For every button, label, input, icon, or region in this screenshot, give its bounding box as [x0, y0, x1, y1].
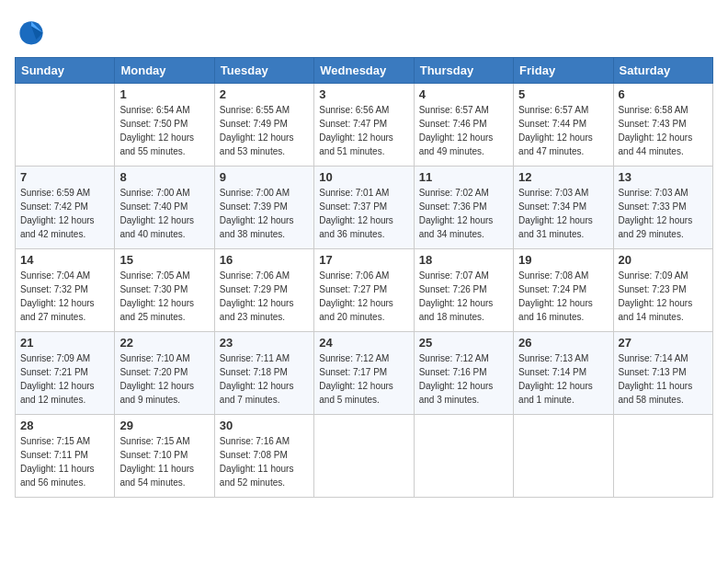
- day-number: 21: [20, 336, 109, 350]
- day-number: 26: [518, 336, 608, 350]
- calendar-week-row: 21Sunrise: 7:09 AM Sunset: 7:21 PM Dayli…: [16, 332, 713, 415]
- day-number: 22: [119, 336, 209, 350]
- day-number: 16: [220, 253, 309, 267]
- day-number: 12: [518, 170, 608, 184]
- day-info: Sunrise: 6:57 AM Sunset: 7:46 PM Dayligh…: [419, 103, 508, 158]
- weekday-header-friday: Friday: [514, 58, 613, 84]
- page-header: [15, 15, 713, 48]
- day-number: 1: [119, 87, 209, 101]
- calendar-cell: 19Sunrise: 7:08 AM Sunset: 7:24 PM Dayli…: [514, 249, 613, 332]
- calendar-cell: 8Sunrise: 7:00 AM Sunset: 7:40 PM Daylig…: [115, 167, 214, 249]
- weekday-header-row: SundayMondayTuesdayWednesdayThursdayFrid…: [16, 58, 713, 84]
- calendar-table: SundayMondayTuesdayWednesdayThursdayFrid…: [15, 57, 713, 498]
- calendar-cell: 26Sunrise: 7:13 AM Sunset: 7:14 PM Dayli…: [514, 332, 613, 415]
- day-number: 20: [619, 253, 708, 267]
- day-info: Sunrise: 7:06 AM Sunset: 7:29 PM Dayligh…: [220, 269, 309, 324]
- calendar-cell: 4Sunrise: 6:57 AM Sunset: 7:46 PM Daylig…: [414, 84, 513, 167]
- day-number: 24: [319, 336, 408, 350]
- day-info: Sunrise: 7:11 AM Sunset: 7:18 PM Dayligh…: [220, 351, 309, 407]
- day-number: 15: [119, 253, 209, 267]
- day-info: Sunrise: 7:12 AM Sunset: 7:17 PM Dayligh…: [319, 351, 408, 407]
- day-number: 25: [419, 336, 508, 350]
- day-info: Sunrise: 7:13 AM Sunset: 7:14 PM Dayligh…: [518, 351, 608, 407]
- day-number: 29: [119, 419, 209, 432]
- weekday-header-wednesday: Wednesday: [314, 58, 414, 84]
- calendar-week-row: 7Sunrise: 6:59 AM Sunset: 7:42 PM Daylig…: [16, 167, 713, 249]
- weekday-header-thursday: Thursday: [414, 58, 513, 84]
- day-info: Sunrise: 7:10 AM Sunset: 7:20 PM Dayligh…: [119, 351, 209, 407]
- calendar-cell: [514, 415, 613, 498]
- day-info: Sunrise: 7:08 AM Sunset: 7:24 PM Dayligh…: [518, 269, 608, 324]
- calendar-cell: 22Sunrise: 7:10 AM Sunset: 7:20 PM Dayli…: [115, 332, 214, 415]
- calendar-cell: 16Sunrise: 7:06 AM Sunset: 7:29 PM Dayli…: [214, 249, 313, 332]
- day-info: Sunrise: 6:58 AM Sunset: 7:43 PM Dayligh…: [619, 103, 708, 158]
- calendar-cell: 21Sunrise: 7:09 AM Sunset: 7:21 PM Dayli…: [16, 332, 115, 415]
- day-info: Sunrise: 7:03 AM Sunset: 7:34 PM Dayligh…: [518, 186, 608, 241]
- calendar-cell: 5Sunrise: 6:57 AM Sunset: 7:44 PM Daylig…: [514, 84, 613, 167]
- day-number: 4: [419, 87, 508, 101]
- day-info: Sunrise: 6:59 AM Sunset: 7:42 PM Dayligh…: [20, 186, 109, 241]
- calendar-cell: 9Sunrise: 7:00 AM Sunset: 7:39 PM Daylig…: [214, 167, 313, 249]
- day-number: 17: [319, 253, 408, 267]
- day-info: Sunrise: 7:01 AM Sunset: 7:37 PM Dayligh…: [319, 186, 408, 241]
- calendar-cell: 10Sunrise: 7:01 AM Sunset: 7:37 PM Dayli…: [314, 167, 414, 249]
- calendar-cell: 2Sunrise: 6:55 AM Sunset: 7:49 PM Daylig…: [214, 84, 313, 167]
- calendar-cell: [314, 415, 414, 498]
- calendar-cell: 3Sunrise: 6:56 AM Sunset: 7:47 PM Daylig…: [314, 84, 414, 167]
- day-info: Sunrise: 7:03 AM Sunset: 7:33 PM Dayligh…: [619, 186, 708, 241]
- day-info: Sunrise: 6:56 AM Sunset: 7:47 PM Dayligh…: [319, 103, 408, 158]
- calendar-cell: 27Sunrise: 7:14 AM Sunset: 7:13 PM Dayli…: [613, 332, 712, 415]
- logo-icon: [15, 15, 48, 48]
- calendar-cell: 14Sunrise: 7:04 AM Sunset: 7:32 PM Dayli…: [16, 249, 115, 332]
- calendar-cell: [414, 415, 513, 498]
- calendar-cell: 30Sunrise: 7:16 AM Sunset: 7:08 PM Dayli…: [214, 415, 313, 498]
- day-number: 3: [319, 87, 408, 101]
- day-number: 8: [119, 170, 209, 184]
- calendar-cell: 23Sunrise: 7:11 AM Sunset: 7:18 PM Dayli…: [214, 332, 313, 415]
- calendar-cell: 24Sunrise: 7:12 AM Sunset: 7:17 PM Dayli…: [314, 332, 414, 415]
- day-info: Sunrise: 7:00 AM Sunset: 7:40 PM Dayligh…: [119, 186, 209, 241]
- day-info: Sunrise: 7:00 AM Sunset: 7:39 PM Dayligh…: [220, 186, 309, 241]
- calendar-week-row: 1Sunrise: 6:54 AM Sunset: 7:50 PM Daylig…: [16, 84, 713, 167]
- weekday-header-saturday: Saturday: [613, 58, 712, 84]
- calendar-cell: 20Sunrise: 7:09 AM Sunset: 7:23 PM Dayli…: [613, 249, 712, 332]
- day-info: Sunrise: 7:09 AM Sunset: 7:23 PM Dayligh…: [619, 269, 708, 324]
- day-info: Sunrise: 7:12 AM Sunset: 7:16 PM Dayligh…: [419, 351, 508, 407]
- day-info: Sunrise: 7:15 AM Sunset: 7:10 PM Dayligh…: [119, 434, 209, 489]
- calendar-cell: 1Sunrise: 6:54 AM Sunset: 7:50 PM Daylig…: [115, 84, 214, 167]
- calendar-cell: [16, 84, 115, 167]
- calendar-cell: 17Sunrise: 7:06 AM Sunset: 7:27 PM Dayli…: [314, 249, 414, 332]
- day-number: 11: [419, 170, 508, 184]
- calendar-cell: 6Sunrise: 6:58 AM Sunset: 7:43 PM Daylig…: [613, 84, 712, 167]
- day-number: 28: [20, 419, 109, 432]
- calendar-cell: 28Sunrise: 7:15 AM Sunset: 7:11 PM Dayli…: [16, 415, 115, 498]
- calendar-cell: [613, 415, 712, 498]
- day-number: 19: [518, 253, 608, 267]
- weekday-header-monday: Monday: [115, 58, 214, 84]
- day-number: 30: [220, 419, 309, 432]
- weekday-header-sunday: Sunday: [16, 58, 115, 84]
- calendar-cell: 25Sunrise: 7:12 AM Sunset: 7:16 PM Dayli…: [414, 332, 513, 415]
- calendar-week-row: 28Sunrise: 7:15 AM Sunset: 7:11 PM Dayli…: [16, 415, 713, 498]
- calendar-cell: 7Sunrise: 6:59 AM Sunset: 7:42 PM Daylig…: [16, 167, 115, 249]
- day-number: 10: [319, 170, 408, 184]
- day-info: Sunrise: 7:14 AM Sunset: 7:13 PM Dayligh…: [619, 351, 708, 407]
- day-number: 18: [419, 253, 508, 267]
- day-info: Sunrise: 6:55 AM Sunset: 7:49 PM Dayligh…: [220, 103, 309, 158]
- day-number: 7: [20, 170, 109, 184]
- day-info: Sunrise: 7:04 AM Sunset: 7:32 PM Dayligh…: [20, 269, 109, 324]
- logo: [15, 15, 53, 48]
- day-info: Sunrise: 7:02 AM Sunset: 7:36 PM Dayligh…: [419, 186, 508, 241]
- day-number: 9: [220, 170, 309, 184]
- day-info: Sunrise: 7:06 AM Sunset: 7:27 PM Dayligh…: [319, 269, 408, 324]
- calendar-cell: 18Sunrise: 7:07 AM Sunset: 7:26 PM Dayli…: [414, 249, 513, 332]
- weekday-header-tuesday: Tuesday: [214, 58, 313, 84]
- day-number: 6: [619, 87, 708, 101]
- calendar-cell: 11Sunrise: 7:02 AM Sunset: 7:36 PM Dayli…: [414, 167, 513, 249]
- day-info: Sunrise: 6:57 AM Sunset: 7:44 PM Dayligh…: [518, 103, 608, 158]
- day-number: 23: [220, 336, 309, 350]
- day-info: Sunrise: 6:54 AM Sunset: 7:50 PM Dayligh…: [119, 103, 209, 158]
- day-info: Sunrise: 7:07 AM Sunset: 7:26 PM Dayligh…: [419, 269, 508, 324]
- day-info: Sunrise: 7:09 AM Sunset: 7:21 PM Dayligh…: [20, 351, 109, 407]
- calendar-week-row: 14Sunrise: 7:04 AM Sunset: 7:32 PM Dayli…: [16, 249, 713, 332]
